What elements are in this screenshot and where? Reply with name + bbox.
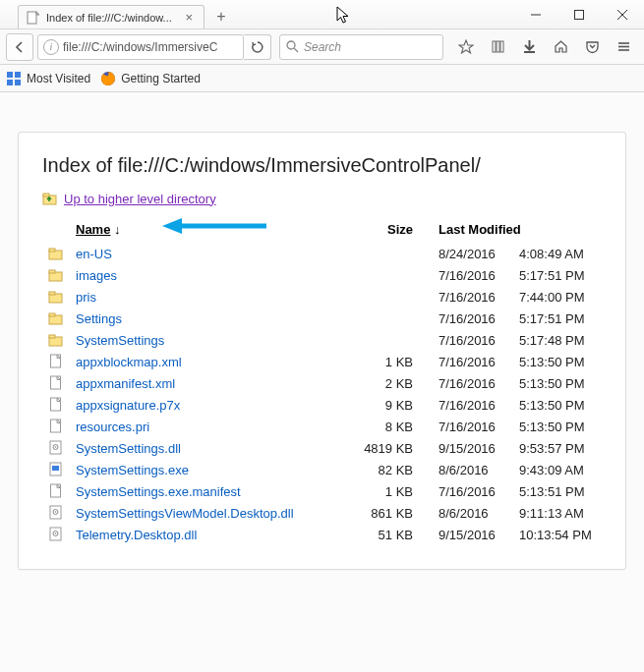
file-link[interactable]: pris [76,290,96,305]
file-date: 8/6/2016 [433,459,513,480]
file-type-icon [42,394,70,416]
file-size: 82 KB [344,459,433,480]
maximize-button[interactable] [557,0,601,28]
window-titlebar: Index of file:///C:/window... × + [0,0,644,29]
file-time: 5:13:50 PM [513,351,602,372]
tab-close-icon[interactable]: × [182,10,196,25]
file-time: 9:43:09 AM [513,459,602,480]
nav-toolbar: i file:///C:/windows/ImmersiveC Search [0,29,644,65]
up-link-text: Up to higher level directory [64,192,216,206]
file-time: 4:08:49 AM [513,243,602,264]
file-link[interactable]: SystemSettingsViewModel.Desktop.dll [76,506,294,521]
svg-rect-2 [575,10,584,19]
file-time: 5:17:51 PM [513,264,602,286]
table-row: appxblockmap.xml1 KB7/16/20165:13:50 PM [42,351,602,372]
file-time: 10:13:54 PM [513,524,602,545]
file-type-icon [42,308,70,329]
file-size: 4819 KB [344,437,433,459]
site-info-icon[interactable]: i [43,39,59,55]
file-link[interactable]: resources.pri [76,420,149,434]
file-size [344,329,433,351]
file-link[interactable]: SystemSettings.exe.manifest [76,484,241,499]
bookmark-getting-started[interactable]: Getting Started [100,71,201,86]
file-size: 51 KB [344,524,433,545]
file-link[interactable]: appxblockmap.xml [76,355,182,369]
file-link[interactable]: SystemSettings.dll [76,441,181,456]
most-visited-icon [6,71,22,86]
file-date: 7/16/2016 [433,286,513,308]
svg-line-6 [294,48,298,52]
table-row: SystemSettings.dll4819 KB9/15/20169:53:5… [42,437,602,459]
file-link[interactable]: SystemSettings.exe [76,463,189,477]
file-time: 5:17:51 PM [513,308,602,329]
bookmark-star-icon[interactable] [451,33,481,61]
column-header-name[interactable]: Name ↓ [70,218,344,243]
svg-rect-9 [500,41,503,52]
svg-rect-0 [28,12,36,24]
content-area[interactable]: Index of file:///C:/windows/ImmersiveCon… [0,92,644,672]
file-size: 9 KB [344,394,433,416]
file-link[interactable]: images [76,268,117,283]
file-link[interactable]: appxsignature.p7x [76,398,180,413]
svg-rect-8 [497,41,499,52]
table-row: SystemSettings.exe82 KB8/6/20169:43:09 A… [42,459,602,480]
file-date: 9/15/2016 [433,437,513,459]
new-tab-button[interactable]: + [210,6,232,28]
file-date: 7/16/2016 [433,329,513,351]
url-text: file:///C:/windows/ImmersiveC [63,40,217,54]
file-type-icon [42,264,70,286]
svg-rect-26 [49,292,55,295]
firefox-icon [100,71,116,86]
reload-button[interactable] [244,34,271,60]
file-link[interactable]: SystemSettings [76,333,164,348]
table-row: appxsignature.p7x9 KB7/16/20165:13:50 PM [42,394,602,416]
minimize-button[interactable] [514,0,557,28]
file-size [344,243,433,264]
bookmark-most-visited[interactable]: Most Visited [6,71,90,86]
table-row: en-US8/24/20164:08:49 AM [42,243,602,264]
file-size: 1 KB [344,480,433,502]
file-date: 7/16/2016 [433,416,513,437]
svg-rect-16 [7,80,13,85]
menu-icon[interactable] [609,33,638,61]
svg-point-46 [55,532,57,534]
svg-rect-17 [15,80,21,85]
file-size [344,264,433,286]
search-box[interactable]: Search [279,34,443,60]
bookmark-label: Most Visited [27,72,90,85]
search-placeholder: Search [304,40,341,54]
home-icon[interactable] [546,33,575,61]
search-icon [286,40,299,53]
file-type-icon [42,502,70,524]
file-date: 9/15/2016 [433,524,513,545]
library-icon[interactable] [483,33,512,61]
file-size [344,286,433,308]
pocket-icon[interactable] [577,33,607,61]
file-date: 8/6/2016 [433,502,513,524]
downloads-icon[interactable] [514,33,544,61]
url-bar[interactable]: i file:///C:/windows/ImmersiveC [37,34,244,60]
back-button[interactable] [6,33,33,61]
table-row: images7/16/20165:17:51 PM [42,264,602,286]
file-link[interactable]: appxmanifest.xml [76,376,175,391]
column-header-modified[interactable]: Last Modified [433,218,602,243]
file-link[interactable]: Telemetry.Desktop.dll [76,528,197,542]
table-row: pris7/16/20167:44:00 PM [42,286,602,308]
file-type-icon [42,372,70,394]
close-button[interactable] [601,0,644,28]
directory-listing-page: Index of file:///C:/windows/ImmersiveCon… [18,132,626,570]
table-row: appxmanifest.xml2 KB7/16/20165:13:50 PM [42,372,602,394]
svg-rect-22 [49,249,55,252]
svg-rect-20 [43,194,49,196]
up-directory-link[interactable]: Up to higher level directory [42,191,602,206]
svg-rect-7 [493,41,496,52]
browser-tab[interactable]: Index of file:///C:/window... × [18,5,205,28]
file-link[interactable]: Settings [76,311,122,326]
file-date: 7/16/2016 [433,372,513,394]
file-size: 8 KB [344,416,433,437]
file-link[interactable]: en-US [76,247,112,261]
window-controls [514,0,644,28]
file-type-icon [42,524,70,545]
file-type-icon [42,480,70,502]
column-header-size[interactable]: Size [344,218,433,243]
